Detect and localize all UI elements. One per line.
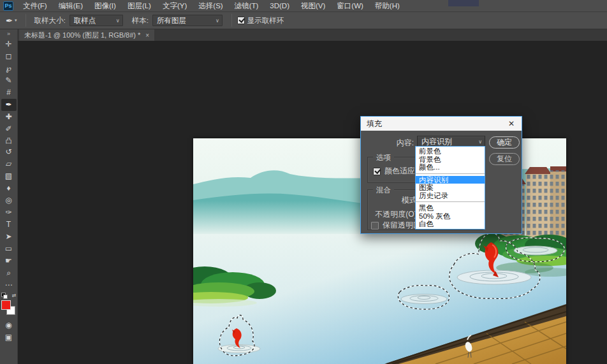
ok-button[interactable]: 确定 xyxy=(489,136,520,149)
chevron-down-icon: ▾ xyxy=(15,18,17,23)
sample-size-label: 取样大小: xyxy=(34,16,65,25)
dodge-tool[interactable]: ◎ xyxy=(1,194,17,207)
path-selection-tool[interactable]: ➤ xyxy=(1,231,17,243)
document-tab[interactable]: 未标题-1 @ 100% (图层 1, RGB/8#) * × xyxy=(19,29,154,41)
sample-select[interactable]: 所有图层 ∨ xyxy=(152,15,223,26)
sample-size-select[interactable]: 取样点 ∨ xyxy=(69,15,123,26)
dropdown-option-content-aware[interactable]: 内容识别 xyxy=(416,176,485,184)
menu-type[interactable]: 文字(Y) xyxy=(157,0,193,11)
divider xyxy=(231,14,232,27)
default-colors-icon[interactable] xyxy=(1,293,7,298)
dropdown-option-background[interactable]: 背景色 xyxy=(416,156,485,164)
menu-file[interactable]: 文件(F) xyxy=(17,0,53,11)
content-label: 内容: xyxy=(397,138,414,149)
reset-button[interactable]: 复位 xyxy=(489,153,520,165)
chevron-down-icon: ∨ xyxy=(478,139,482,145)
move-tool[interactable]: ✛ xyxy=(1,38,17,50)
eyedropper-tool[interactable]: ✒ xyxy=(1,99,17,111)
dropdown-option-50-gray[interactable]: 50% 灰色 xyxy=(416,212,485,221)
dropdown-separator xyxy=(416,173,485,174)
healing-brush-tool[interactable]: ✚ xyxy=(1,111,17,123)
swap-colors-icon[interactable]: ⇄ xyxy=(12,293,17,298)
shape-tool[interactable]: ▭ xyxy=(1,243,17,255)
pen-tool[interactable]: ✑ xyxy=(1,207,17,219)
tools-panel: » ✛ ◻ ℘ ✎ # ✒ ✚ ✐ 凸 ↺ ▱ ▧ ♦ ◎ ✑ T ➤ ▭ ☛ … xyxy=(0,29,18,364)
photoshop-window: Ps 文件(F) 编辑(E) 图像(I) 图层(L) 文字(Y) 选择(S) 滤… xyxy=(0,0,607,364)
menu-window[interactable]: 窗口(W) xyxy=(331,0,369,11)
fill-dialog-titlebar[interactable]: 填充 ✕ xyxy=(361,117,522,131)
screen-mode-button[interactable]: ▣ xyxy=(1,331,17,344)
history-brush-tool[interactable]: ↺ xyxy=(1,146,17,158)
sample-label: 样本: xyxy=(132,16,149,25)
show-sampling-ring-checkbox[interactable] xyxy=(237,17,245,24)
document-tab-bar: 未标题-1 @ 100% (图层 1, RGB/8#) * × xyxy=(18,29,607,41)
close-tab-icon[interactable]: × xyxy=(145,32,149,39)
chevron-down-icon: ∨ xyxy=(210,18,219,24)
collapse-tools-icon[interactable]: » xyxy=(7,29,10,38)
close-dialog-icon[interactable]: ✕ xyxy=(506,119,516,128)
quick-mask-button[interactable]: ◉ xyxy=(1,319,17,331)
color-adaptation-checkbox[interactable] xyxy=(373,168,381,175)
show-sampling-ring-label: 显示取样环 xyxy=(247,16,284,25)
quick-selection-tool[interactable]: ✎ xyxy=(1,75,17,87)
menu-help[interactable]: 帮助(H) xyxy=(369,0,406,11)
dropdown-option-black[interactable]: 黑色 xyxy=(416,204,485,212)
divider xyxy=(26,14,26,27)
sample-size-value: 取样点 xyxy=(74,16,96,25)
lasso-tool[interactable]: ℘ xyxy=(1,62,17,75)
fill-dialog-title: 填充 xyxy=(367,119,382,129)
brush-tool[interactable]: ✐ xyxy=(1,123,17,135)
menu-filter[interactable]: 滤镜(T) xyxy=(229,0,265,11)
dropdown-option-history[interactable]: 历史记录 xyxy=(416,192,485,200)
menu-bar: Ps 文件(F) 编辑(E) 图像(I) 图层(L) 文字(Y) 选择(S) 滤… xyxy=(0,0,607,11)
menu-3d[interactable]: 3D(D) xyxy=(264,0,295,11)
type-tool[interactable]: T xyxy=(1,219,17,231)
menu-layer[interactable]: 图层(L) xyxy=(122,0,157,11)
dropdown-option-pattern[interactable]: 图案 xyxy=(416,184,485,192)
dropdown-separator xyxy=(416,201,485,202)
dropdown-option-color[interactable]: 颜色... xyxy=(416,163,485,171)
zoom-tool[interactable]: ⌕ xyxy=(1,267,17,279)
dropdown-option-foreground[interactable]: 前景色 xyxy=(416,147,485,156)
hand-tool[interactable]: ☛ xyxy=(1,255,17,267)
menu-image[interactable]: 图像(I) xyxy=(89,0,122,11)
eraser-tool[interactable]: ▱ xyxy=(1,158,17,170)
preserve-transparency-checkbox[interactable] xyxy=(371,222,379,229)
dropdown-option-white[interactable]: 白色 xyxy=(416,220,485,228)
sample-value: 所有图层 xyxy=(157,16,186,25)
menu-select[interactable]: 选择(S) xyxy=(193,0,228,11)
titlebar-accent xyxy=(448,0,479,6)
document-title: 未标题-1 @ 100% (图层 1, RGB/8#) * xyxy=(24,31,140,40)
eyedropper-icon: ✒ xyxy=(6,16,13,25)
opacity-label: 不透明度(O): xyxy=(375,209,419,220)
fill-dialog: 填充 ✕ 内容: 内容识别 ∨ 确定 复位 选项 颜色适应(C) 混合 模式: … xyxy=(360,116,522,234)
blur-tool[interactable]: ♦ xyxy=(1,182,17,194)
blend-group-label: 混合 xyxy=(373,186,394,195)
options-group-label: 选项 xyxy=(373,153,394,163)
crop-tool[interactable]: # xyxy=(1,87,17,99)
options-bar: ✒ ▾ 取样大小: 取样点 ∨ 样本: 所有图层 ∨ 显示取样环 xyxy=(0,11,607,29)
menu-view[interactable]: 视图(V) xyxy=(295,0,331,11)
gradient-tool[interactable]: ▧ xyxy=(1,170,17,182)
photoshop-logo-icon: Ps xyxy=(3,1,13,11)
marquee-tool[interactable]: ◻ xyxy=(1,50,17,62)
foreground-color-swatch[interactable] xyxy=(1,300,11,310)
content-dropdown-list: 前景色 背景色 颜色... 内容识别 图案 历史记录 黑色 50% 灰色 白色 xyxy=(415,146,485,229)
clone-stamp-tool[interactable]: 凸 xyxy=(1,135,17,146)
chevron-down-icon: ∨ xyxy=(111,18,120,24)
active-tool-button[interactable]: ✒ ▾ xyxy=(0,16,20,25)
edit-toolbar-button[interactable]: ⋯ xyxy=(1,279,17,291)
menu-edit[interactable]: 编辑(E) xyxy=(53,0,89,11)
